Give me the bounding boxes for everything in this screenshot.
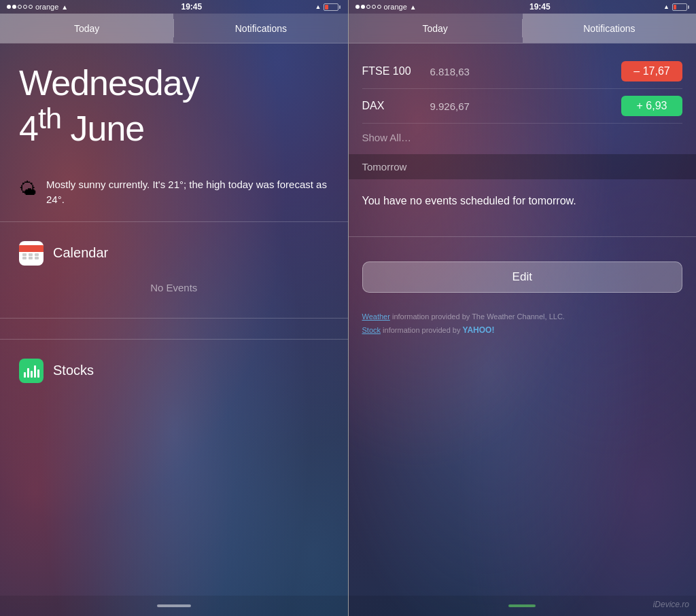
chart-bar-1 bbox=[24, 372, 26, 378]
signal-strength bbox=[7, 5, 33, 9]
watermark: iDevice.ro bbox=[653, 600, 689, 609]
stock-attribution: Stock information provided by YAHOO! bbox=[362, 323, 683, 337]
edit-button[interactable]: Edit bbox=[362, 261, 683, 293]
dax-value: 9.926,67 bbox=[430, 101, 622, 112]
calendar-row: Calendar bbox=[0, 236, 348, 271]
status-left: orange ▲ bbox=[7, 3, 68, 11]
cal-cell bbox=[22, 257, 27, 259]
ftse-change: – 17,67 bbox=[621, 61, 682, 81]
divider-1 bbox=[0, 221, 348, 222]
stocks-row: Stocks bbox=[0, 353, 348, 388]
handle-bar-left bbox=[157, 604, 191, 607]
stock-row-ftse: FTSE 100 6.818,63 – 17,67 bbox=[362, 54, 683, 89]
tomorrow-section: You have no events scheduled for tomorro… bbox=[349, 179, 697, 223]
right-stocks-section: FTSE 100 6.818,63 – 17,67 DAX 9.926,67 +… bbox=[349, 43, 697, 154]
left-clock: 19:45 bbox=[181, 2, 203, 12]
status-right: ▲ bbox=[315, 3, 341, 11]
right-status-right: ▲ bbox=[663, 3, 689, 11]
signal-dot-2 bbox=[12, 5, 16, 9]
right-tab-bar: Today Notifications bbox=[349, 14, 697, 43]
cal-top bbox=[19, 245, 44, 252]
attribution: Weather information provided by The Weat… bbox=[349, 304, 697, 350]
stocks-icon bbox=[19, 359, 44, 383]
weather-link[interactable]: Weather bbox=[362, 312, 390, 321]
edit-section: Edit bbox=[349, 251, 697, 304]
r-signal-dot-3 bbox=[366, 5, 370, 9]
chart-bar-2 bbox=[27, 368, 29, 378]
battery-icon bbox=[324, 3, 341, 11]
date-section: Wednesday 4th June bbox=[0, 43, 348, 162]
day-suffix: th bbox=[38, 102, 61, 134]
right-status-bar: orange ▲ 19:45 ▲ bbox=[349, 0, 697, 14]
left-panel: orange ▲ 19:45 ▲ Today Notifications Wed… bbox=[0, 0, 348, 616]
chart-bar-3 bbox=[31, 371, 33, 378]
right-panel: orange ▲ 19:45 ▲ Today Notifications bbox=[349, 0, 697, 616]
ftse-name: FTSE 100 bbox=[362, 65, 430, 77]
tab-today-right[interactable]: Today bbox=[349, 14, 522, 43]
cal-cell bbox=[29, 253, 33, 256]
r-signal-dot-1 bbox=[355, 5, 360, 9]
battery-tip bbox=[339, 5, 341, 9]
right-battery-icon bbox=[672, 3, 689, 11]
carrier-name: orange bbox=[35, 3, 58, 11]
cal-cell bbox=[22, 253, 27, 256]
handle-bar-right bbox=[508, 604, 536, 607]
cal-cell bbox=[35, 253, 39, 256]
wifi-icon: ▲ bbox=[61, 3, 68, 11]
tab-today-left[interactable]: Today bbox=[0, 14, 173, 43]
sun-icon: 🌤 bbox=[19, 179, 37, 200]
signal-dot-1 bbox=[7, 5, 11, 9]
tomorrow-text: You have no events scheduled for tomorro… bbox=[362, 193, 683, 209]
right-status-left: orange ▲ bbox=[355, 3, 417, 11]
ftse-value: 6.818,63 bbox=[430, 66, 622, 77]
chart-bar-4 bbox=[34, 365, 36, 378]
r-signal-dot-5 bbox=[377, 5, 381, 9]
signal-dot-3 bbox=[18, 5, 22, 9]
r-signal-dot-4 bbox=[372, 5, 376, 9]
show-all[interactable]: Show All… bbox=[362, 124, 683, 154]
stocks-label: Stocks bbox=[53, 363, 94, 378]
tab-notifications-left[interactable]: Notifications bbox=[174, 14, 347, 43]
divider-2 bbox=[0, 318, 348, 319]
signal-dot-4 bbox=[23, 5, 27, 9]
calendar-icon bbox=[19, 241, 44, 266]
weather-attribution: Weather information provided by The Weat… bbox=[362, 310, 683, 323]
cal-cell bbox=[29, 257, 33, 259]
left-bottom-handle bbox=[0, 596, 348, 616]
right-content: FTSE 100 6.818,63 – 17,67 DAX 9.926,67 +… bbox=[349, 43, 697, 596]
left-status-bar: orange ▲ 19:45 ▲ bbox=[0, 0, 348, 14]
dax-name: DAX bbox=[362, 100, 430, 112]
right-location-icon: ▲ bbox=[663, 3, 669, 10]
divider-3 bbox=[0, 339, 348, 340]
chart-bar-5 bbox=[37, 369, 39, 378]
stock-row-dax: DAX 9.926,67 + 6,93 bbox=[362, 89, 683, 124]
cal-icon-inner bbox=[19, 245, 44, 261]
right-battery-body bbox=[672, 3, 687, 11]
location-icon: ▲ bbox=[315, 3, 321, 10]
cal-grid bbox=[21, 252, 41, 261]
right-bottom-handle bbox=[349, 596, 697, 616]
battery-fill bbox=[325, 5, 328, 10]
no-events: No Events bbox=[0, 271, 348, 304]
battery-body bbox=[324, 3, 338, 11]
stock-link[interactable]: Stock bbox=[362, 326, 381, 334]
weather-description: Mostly sunny currently. It's 21°; the hi… bbox=[46, 177, 329, 208]
right-battery-fill bbox=[674, 5, 677, 10]
day-number: 4 bbox=[19, 109, 38, 149]
cal-cell bbox=[35, 257, 39, 259]
right-carrier-name: orange bbox=[384, 3, 407, 11]
calendar-label: Calendar bbox=[53, 245, 108, 261]
right-signal-strength bbox=[355, 5, 381, 9]
yahoo-logo: YAHOO! bbox=[462, 325, 494, 335]
stocks-chart bbox=[24, 364, 39, 378]
tab-notifications-right[interactable]: Notifications bbox=[523, 14, 696, 43]
stock-attribution-text: information provided by bbox=[383, 326, 460, 334]
weekday: Wednesday bbox=[19, 64, 329, 103]
right-wifi-icon: ▲ bbox=[410, 3, 417, 11]
right-clock: 19:45 bbox=[529, 2, 551, 12]
dax-change: + 6,93 bbox=[621, 96, 682, 116]
weather-attribution-text: information provided by The Weather Chan… bbox=[392, 312, 565, 321]
left-tab-bar: Today Notifications bbox=[0, 14, 348, 43]
weather-row: 🌤 Mostly sunny currently. It's 21°; the … bbox=[0, 177, 348, 208]
left-content: Wednesday 4th June 🌤 Mostly sunny curren… bbox=[0, 43, 348, 596]
